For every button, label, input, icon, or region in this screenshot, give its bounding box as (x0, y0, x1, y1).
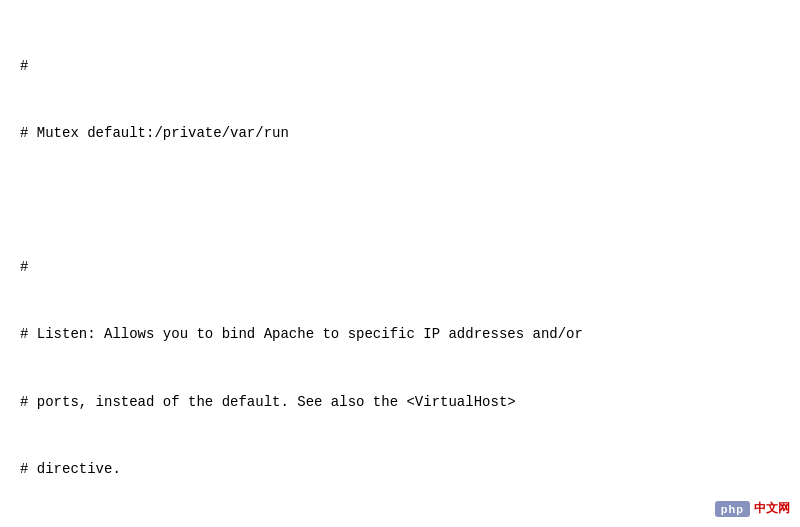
code-line: # (20, 55, 780, 77)
php-logo: php (715, 501, 750, 517)
php-badge: php 中文网 (715, 500, 790, 517)
code-line: # directive. (20, 458, 780, 480)
code-line: # ports, instead of the default. See als… (20, 391, 780, 413)
code-line: # Listen: Allows you to bind Apache to s… (20, 323, 780, 345)
code-line: # Mutex default:/private/var/run (20, 122, 780, 144)
code-container: # # Mutex default:/private/var/run # # L… (0, 0, 800, 527)
code-line: # (20, 256, 780, 278)
php-site-label: 中文网 (754, 500, 790, 517)
code-line (20, 189, 780, 211)
